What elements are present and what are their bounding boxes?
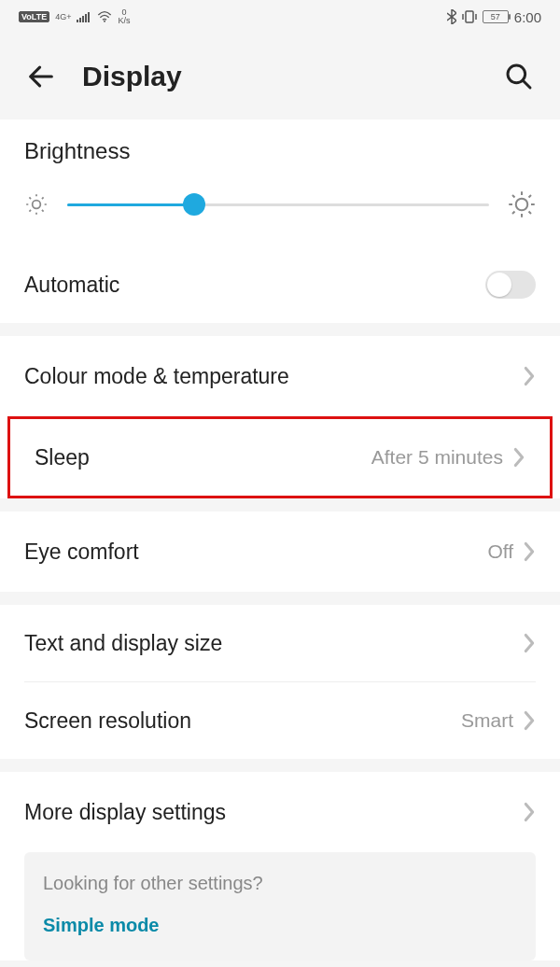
screen-resolution-value: Smart	[461, 709, 513, 732]
automatic-toggle[interactable]	[485, 271, 536, 299]
search-button[interactable]	[500, 58, 538, 95]
status-left: VoLTE 4G+ 0 K/s	[19, 8, 130, 25]
sleep-value: After 5 minutes	[371, 446, 503, 469]
colour-mode-row[interactable]: Colour mode & temperature	[0, 336, 560, 416]
svg-rect-1	[466, 11, 473, 22]
eye-comfort-label: Eye comfort	[24, 540, 487, 565]
more-display-label: More display settings	[24, 800, 523, 825]
automatic-section: Automatic	[0, 246, 560, 323]
status-bar: VoLTE 4G+ 0 K/s 57 6:00	[0, 0, 560, 34]
slider-thumb[interactable]	[183, 193, 205, 216]
back-button[interactable]	[22, 58, 60, 95]
text-res-section: Text and display size Screen resolution …	[0, 605, 560, 759]
signal-icon	[77, 11, 91, 22]
brightness-high-icon	[508, 190, 536, 218]
eye-section: Eye comfort Off	[0, 512, 560, 592]
battery-icon: 57	[483, 10, 509, 23]
wifi-icon	[97, 11, 112, 22]
network-type: 4G+	[55, 12, 71, 21]
bluetooth-icon	[447, 9, 456, 24]
sleep-label: Sleep	[35, 445, 371, 470]
chevron-right-icon	[523, 541, 536, 562]
other-settings-question: Looking for other settings?	[43, 873, 517, 894]
brightness-low-icon	[24, 192, 49, 217]
screen-resolution-row[interactable]: Screen resolution Smart	[0, 682, 560, 759]
chevron-right-icon	[523, 633, 536, 653]
arrow-left-icon	[25, 61, 57, 92]
search-icon	[504, 62, 534, 91]
more-section: More display settings Looking for other …	[0, 772, 560, 960]
brightness-slider[interactable]	[67, 195, 489, 214]
toggle-knob	[487, 273, 511, 297]
app-bar: Display	[0, 34, 560, 119]
automatic-brightness-row[interactable]: Automatic	[0, 246, 560, 323]
data-speed: 0 K/s	[118, 8, 130, 25]
sleep-row[interactable]: Sleep After 5 minutes	[10, 419, 550, 496]
svg-point-3	[33, 201, 41, 209]
brightness-slider-row	[24, 190, 536, 218]
speed-unit: K/s	[118, 17, 130, 25]
sleep-highlight: Sleep After 5 minutes	[7, 416, 553, 498]
brightness-section: Brightness	[0, 119, 560, 246]
simple-mode-link[interactable]: Simple mode	[43, 915, 517, 936]
screen-resolution-label: Screen resolution	[24, 708, 461, 734]
other-settings-card: Looking for other settings? Simple mode	[24, 852, 536, 960]
brightness-heading: Brightness	[24, 138, 536, 164]
automatic-label: Automatic	[24, 273, 485, 298]
text-size-row[interactable]: Text and display size	[0, 605, 560, 681]
status-right: 57 6:00	[447, 9, 541, 25]
text-size-label: Text and display size	[24, 631, 523, 656]
colour-section: Colour mode & temperature	[0, 336, 560, 416]
svg-point-4	[516, 199, 528, 211]
chevron-right-icon	[523, 802, 536, 822]
page-title: Display	[82, 61, 478, 92]
volte-badge: VoLTE	[19, 11, 49, 22]
sleep-highlight-wrap: Sleep After 5 minutes	[0, 416, 560, 498]
svg-point-0	[104, 21, 105, 22]
chevron-right-icon	[512, 447, 525, 468]
vibrate-icon	[462, 10, 477, 23]
colour-mode-label: Colour mode & temperature	[24, 364, 523, 389]
more-display-row[interactable]: More display settings	[0, 772, 560, 852]
eye-comfort-row[interactable]: Eye comfort Off	[0, 512, 560, 592]
slider-track-fg	[67, 203, 194, 206]
chevron-right-icon	[523, 366, 536, 386]
battery-level: 57	[491, 12, 500, 21]
clock: 6:00	[514, 9, 541, 25]
chevron-right-icon	[523, 710, 536, 731]
eye-comfort-value: Off	[487, 540, 513, 563]
